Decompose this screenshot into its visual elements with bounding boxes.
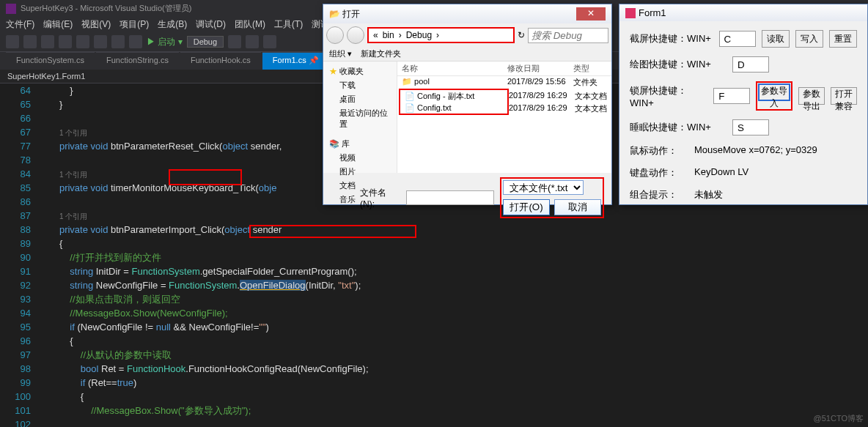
dialog-sidebar: ★ 收藏夹 下载 桌面 最近访问的位置 📚 库 视频 图片 文档 音乐 xyxy=(323,62,397,173)
tab-functionhook[interactable]: FunctionHook.cs xyxy=(180,52,261,70)
sidebar-downloads[interactable]: 下载 xyxy=(329,78,391,92)
key-action-label: 键盘动作： xyxy=(630,166,685,179)
line-number-gutter: 6465666777788485868788899091929394959697… xyxy=(0,83,38,427)
write-button[interactable]: 写入 xyxy=(795,30,823,48)
vs-title-text: SuperHotKey3 - Microsoft Visual Studio(管… xyxy=(21,3,191,14)
key-action-value: KeyDown LV xyxy=(694,166,749,179)
app-form1-window: Form1 截屏快捷键：WIN+ 读取 写入 重置 绘图快捷键：WIN+ 锁屏快… xyxy=(619,4,868,205)
file-row: 📄 Config - 副本.txt xyxy=(400,90,507,103)
file-row: 📄 Config.txt xyxy=(400,103,507,114)
hotkey-lock-input[interactable] xyxy=(713,88,750,104)
col-type[interactable]: 类型 xyxy=(573,63,610,74)
dialog-title-bar[interactable]: 📂 打开 ✕ xyxy=(323,4,611,23)
nav-fwd-icon[interactable] xyxy=(23,35,37,48)
col-name[interactable]: 名称 xyxy=(397,63,507,74)
toolbar-extra-2-icon[interactable] xyxy=(246,35,259,48)
reset-button[interactable]: 重置 xyxy=(829,30,857,48)
save-icon[interactable] xyxy=(76,35,89,48)
app-icon xyxy=(625,8,636,18)
hotkey-capture-label: 截屏快捷键：WIN+ xyxy=(630,32,713,45)
param-export-button[interactable]: 参数导出 xyxy=(798,87,825,105)
hotkey-sleep-label: 睡眠快捷键：WIN+ xyxy=(630,121,727,134)
combo-hint-label: 组合提示： xyxy=(630,188,685,201)
menu-view[interactable]: 视图(V) xyxy=(81,18,111,31)
menu-file[interactable]: 文件(F) xyxy=(6,18,34,31)
undo-icon[interactable] xyxy=(111,35,125,48)
combo-hint-value: 未触发 xyxy=(694,188,723,201)
filename-input[interactable] xyxy=(406,190,494,205)
nav-back-button[interactable] xyxy=(326,26,344,44)
vs-logo-icon xyxy=(6,4,16,14)
sidebar-recent[interactable]: 最近访问的位置 xyxy=(329,106,391,131)
watermark: @51CTO博客 xyxy=(814,413,864,424)
toggle-compat-button[interactable]: 打开兼容 xyxy=(831,87,857,105)
mouse-action-label: 鼠标动作： xyxy=(630,144,685,157)
new-project-icon[interactable] xyxy=(41,35,54,48)
new-folder-button[interactable]: 新建文件夹 xyxy=(361,48,401,59)
toolbar-extra-3-icon[interactable] xyxy=(263,35,276,48)
hotkey-draw-input[interactable] xyxy=(732,56,769,73)
open-file-icon[interactable] xyxy=(59,35,72,48)
hotkey-sleep-input[interactable] xyxy=(732,119,769,135)
file-row: 📁 pool2017/8/29 15:56文件夹 xyxy=(397,76,611,89)
hotkey-draw-label: 绘图快捷键：WIN+ xyxy=(630,58,727,71)
app-title-text: Form1 xyxy=(639,7,666,18)
dialog-search-input[interactable] xyxy=(528,28,608,43)
save-all-icon[interactable] xyxy=(94,35,107,48)
open-file-dialog: 📂 打开 ✕ « bin › Debug › ↻ 组织 ▾ 新建文件夹 ★ 收藏… xyxy=(323,4,612,205)
file-list[interactable]: 名称 修改日期 类型 📁 pool2017/8/29 15:56文件夹 📄 Co… xyxy=(397,62,611,173)
dialog-toolbar: 组织 ▾ 新建文件夹 xyxy=(323,47,611,62)
file-filter-dropdown[interactable]: 文本文件(*.txt) xyxy=(503,180,584,195)
sidebar-pictures[interactable]: 图片 xyxy=(329,165,391,179)
favorites-star-icon: ★ xyxy=(329,67,337,75)
config-dropdown[interactable]: Debug xyxy=(187,36,224,48)
dialog-cancel-button[interactable]: 取消 xyxy=(554,199,601,215)
mouse-action-value: MouseMove x=0762; y=0329 xyxy=(694,144,817,157)
tab-functionstring[interactable]: FunctionString.cs xyxy=(96,52,179,70)
dialog-close-button[interactable]: ✕ xyxy=(576,7,606,21)
breadcrumb[interactable]: « bin › Debug › xyxy=(367,27,515,43)
filename-label: 文件名(N): xyxy=(331,187,400,209)
sidebar-desktop[interactable]: 桌面 xyxy=(329,92,391,106)
toolbar-extra-1-icon[interactable] xyxy=(228,35,241,48)
tab-functionsystem[interactable]: FunctionSystem.cs xyxy=(6,52,95,70)
menu-project[interactable]: 项目(P) xyxy=(119,18,149,31)
hotkey-lock-label: 锁屏快捷键：WIN+ xyxy=(630,84,707,108)
sidebar-videos[interactable]: 视频 xyxy=(329,151,391,165)
start-debug-button[interactable]: ▶ 启动 ▾ xyxy=(147,36,183,48)
app-title-bar[interactable]: Form1 xyxy=(619,4,867,21)
dialog-nav-bar: « bin › Debug › ↻ xyxy=(323,23,611,47)
read-button[interactable]: 读取 xyxy=(762,30,790,48)
hotkey-capture-input[interactable] xyxy=(719,31,756,47)
param-import-button[interactable]: 参数导入 xyxy=(758,83,790,101)
col-date[interactable]: 修改日期 xyxy=(507,63,573,74)
menu-build[interactable]: 生成(B) xyxy=(158,18,187,31)
menu-tools[interactable]: 工具(T) xyxy=(274,18,303,31)
nav-back-icon[interactable] xyxy=(6,35,19,48)
dialog-title: 打开 xyxy=(342,9,360,19)
menu-edit[interactable]: 编辑(E) xyxy=(43,18,73,31)
redo-icon[interactable] xyxy=(129,35,142,48)
organize-menu[interactable]: 组织 ▾ xyxy=(329,48,352,59)
refresh-icon[interactable]: ↻ xyxy=(518,30,525,40)
menu-team[interactable]: 团队(M) xyxy=(235,18,265,31)
menu-debug[interactable]: 调试(D) xyxy=(196,18,226,31)
dialog-open-button[interactable]: 打开(O) xyxy=(503,199,550,215)
nav-forward-button[interactable] xyxy=(347,26,364,44)
